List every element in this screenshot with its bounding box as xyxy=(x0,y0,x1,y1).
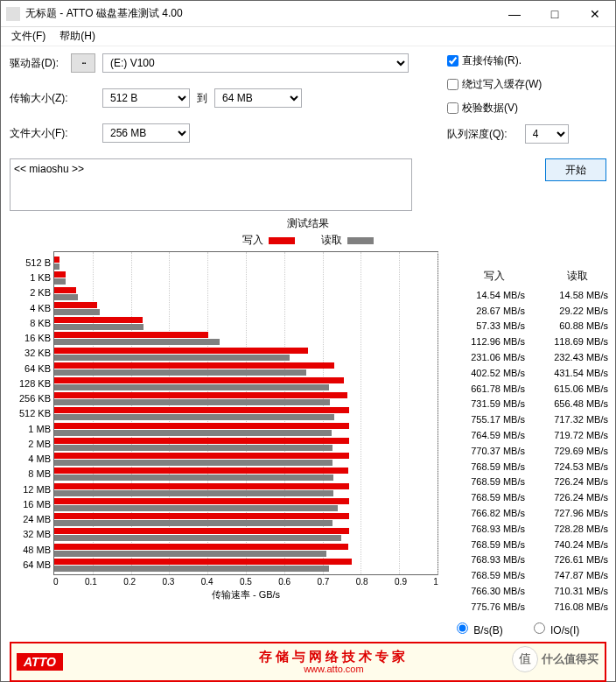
ylabel: 16 MB xyxy=(10,497,51,511)
table-row: 768.59 MB/s747.87 MB/s xyxy=(452,567,616,583)
table-row: 768.59 MB/s724.53 MB/s xyxy=(452,459,616,475)
table-row: 28.67 MB/s29.22 MB/s xyxy=(452,303,616,319)
table-row: 766.82 MB/s727.96 MB/s xyxy=(452,505,616,521)
ylabel: 2 MB xyxy=(10,437,51,451)
unit-bs-radio[interactable]: B/s(B) xyxy=(452,620,503,636)
unit-ios-radio[interactable]: IO/s(I) xyxy=(529,620,580,636)
browse-button[interactable]: ... xyxy=(71,53,95,73)
banner-url: www.atto.com xyxy=(63,664,605,674)
table-row: 755.17 MB/s717.32 MB/s xyxy=(452,411,616,427)
table-row: 775.76 MB/s716.08 MB/s xyxy=(452,599,616,615)
ylabel: 64 KB xyxy=(10,362,51,376)
ylabel: 32 MB xyxy=(10,527,51,541)
table-row: 731.59 MB/s656.48 MB/s xyxy=(452,397,616,412)
atto-logo: ATTO xyxy=(17,653,63,671)
table-row: 112.96 MB/s118.69 MB/s xyxy=(452,334,616,349)
titlebar: 无标题 - ATTO 磁盘基准测试 4.00 ― □ ✕ xyxy=(1,1,615,27)
drive-label: 驱动器(D): xyxy=(10,56,71,71)
table-row: 768.93 MB/s728.28 MB/s xyxy=(452,521,616,537)
verify-checkbox[interactable]: 校验数据(V) xyxy=(447,101,569,116)
ylabel: 16 KB xyxy=(10,331,51,345)
ylabel: 1 MB xyxy=(10,422,51,436)
table-row: 661.78 MB/s615.06 MB/s xyxy=(452,381,616,397)
filesize-label: 文件大小(F): xyxy=(10,126,71,141)
minimize-button[interactable]: ― xyxy=(494,1,535,27)
ylabel: 1 KB xyxy=(10,271,51,285)
menu-help[interactable]: 帮助(H) xyxy=(52,27,102,46)
ylabel: 8 MB xyxy=(10,467,51,481)
chart-xtitle: 传输速率 - GB/s xyxy=(53,588,438,601)
to-label: 到 xyxy=(197,91,207,106)
ylabel: 512 B xyxy=(10,256,51,270)
chart-legend: 写入 读取 xyxy=(10,233,606,248)
results-table: 写入 读取 14.54 MB/s14.58 MB/s28.67 MB/s29.2… xyxy=(438,251,616,636)
description-textarea[interactable]: << miaoshu >> xyxy=(10,158,412,211)
ylabel: 4 KB xyxy=(10,301,51,315)
queue-label: 队列深度(Q): xyxy=(447,127,508,142)
menu-file[interactable]: 文件(F) xyxy=(4,27,52,46)
table-row: 768.93 MB/s726.61 MB/s xyxy=(452,552,616,568)
bypass-cache-checkbox[interactable]: 绕过写入缓存(W) xyxy=(447,77,569,92)
col-read: 读取 xyxy=(567,269,588,284)
table-row: 768.59 MB/s726.24 MB/s xyxy=(452,475,616,490)
ylabel: 64 MB xyxy=(10,558,51,572)
ylabel: 4 MB xyxy=(10,452,51,466)
ylabel: 32 KB xyxy=(10,346,51,360)
table-row: 231.06 MB/s232.43 MB/s xyxy=(452,349,616,365)
bar-chart: 512 B1 KB2 KB4 KB8 KB16 KB32 KB64 KB128 … xyxy=(53,251,438,575)
ylabel: 48 MB xyxy=(10,543,51,557)
xfer-label: 传输大小(Z): xyxy=(10,91,71,106)
table-row: 764.59 MB/s719.72 MB/s xyxy=(452,427,616,443)
maximize-button[interactable]: □ xyxy=(535,1,575,27)
ylabel: 8 KB xyxy=(10,316,51,330)
ylabel: 256 KB xyxy=(10,391,51,405)
xfer-to-select[interactable]: 64 MB xyxy=(214,88,302,108)
ylabel: 24 MB xyxy=(10,512,51,526)
filesize-select[interactable]: 256 MB xyxy=(102,123,190,143)
app-window: 无标题 - ATTO 磁盘基准测试 4.00 ― □ ✕ 文件(F) 帮助(H)… xyxy=(0,0,616,682)
window-title: 无标题 - ATTO 磁盘基准测试 4.00 xyxy=(25,6,494,21)
chart-xaxis: 00.10.20.30.40.50.60.70.80.91 xyxy=(53,577,438,587)
xfer-from-select[interactable]: 512 B xyxy=(102,88,190,108)
ylabel: 2 KB xyxy=(10,285,51,299)
queue-select[interactable]: 4 xyxy=(525,124,569,144)
drive-select[interactable]: (E:) V100 xyxy=(102,53,409,73)
close-button[interactable]: ✕ xyxy=(575,1,615,27)
table-row: 57.33 MB/s60.88 MB/s xyxy=(452,319,616,334)
menubar: 文件(F) 帮助(H) xyxy=(1,27,615,46)
direct-io-checkbox[interactable]: 直接传输(R). xyxy=(447,53,569,68)
table-row: 14.54 MB/s14.58 MB/s xyxy=(452,287,616,303)
ylabel: 512 KB xyxy=(10,406,51,420)
atto-banner: ATTO 存储与网络技术专家 www.atto.com xyxy=(10,642,606,682)
table-row: 402.52 MB/s431.54 MB/s xyxy=(452,365,616,381)
table-row: 768.59 MB/s740.24 MB/s xyxy=(452,537,616,552)
results-title: 测试结果 xyxy=(10,216,606,231)
ylabel: 128 KB xyxy=(10,376,51,390)
table-row: 766.30 MB/s710.31 MB/s xyxy=(452,583,616,599)
app-icon xyxy=(6,7,20,21)
table-row: 768.59 MB/s726.24 MB/s xyxy=(452,489,616,505)
col-write: 写入 xyxy=(484,269,505,284)
table-row: 770.37 MB/s729.69 MB/s xyxy=(452,443,616,459)
ylabel: 12 MB xyxy=(10,482,51,496)
start-button[interactable]: 开始 xyxy=(545,158,606,181)
